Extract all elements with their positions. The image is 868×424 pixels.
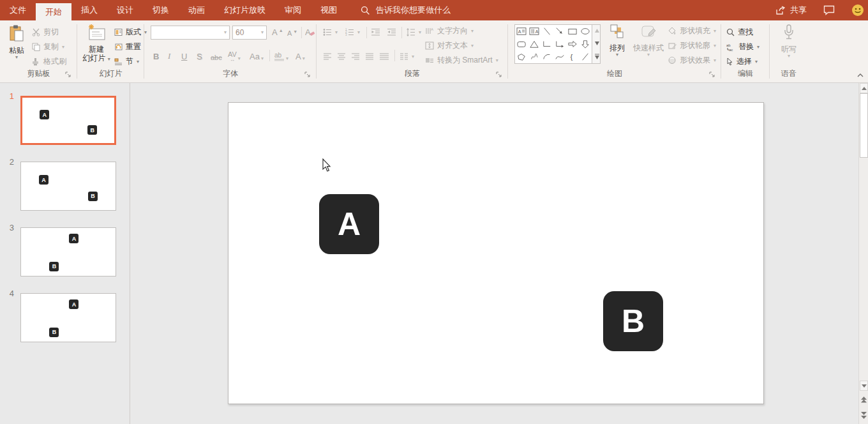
convert-smartart-button[interactable]: 转换为 SmartArt ▾ <box>425 54 498 67</box>
shape-arc-icon[interactable] <box>542 52 552 61</box>
tab-view[interactable]: 视图 <box>311 0 347 20</box>
scrollbar-thumb[interactable] <box>860 93 868 158</box>
collapse-ribbon-button[interactable] <box>855 71 865 80</box>
shapes-scroll-up-button[interactable] <box>593 26 601 36</box>
shape-right-arrow-icon[interactable] <box>567 40 578 49</box>
highlight-color-icon: ab <box>274 52 285 61</box>
tell-me-search[interactable]: 告诉我你想要做什么 <box>361 0 451 20</box>
shapes-gallery[interactable]: A A { <box>514 24 592 64</box>
italic-button[interactable]: I <box>168 49 170 63</box>
tab-file[interactable]: 文件 <box>0 0 36 20</box>
tab-animations[interactable]: 动画 <box>179 0 214 20</box>
quick-styles-button[interactable]: 快速样式 ▾ <box>632 24 665 57</box>
strikethrough-button[interactable]: abc <box>211 49 222 63</box>
microphone-icon <box>783 24 795 41</box>
highlight-color-button[interactable]: ab ▾ <box>274 49 288 63</box>
comments-button[interactable] <box>823 5 835 15</box>
slide-2-thumbnail[interactable]: A B <box>20 162 116 211</box>
distribute-button[interactable] <box>379 50 389 63</box>
numbering-button[interactable]: 123 ▾ <box>345 26 360 39</box>
canvas-shape-b[interactable]: B <box>603 291 663 351</box>
font-name-combobox[interactable]: ▾ <box>151 26 230 40</box>
canvas-shape-a[interactable]: A <box>319 194 379 254</box>
replace-button[interactable]: abac 替换 ▾ <box>726 40 760 54</box>
shape-textbox-icon[interactable]: A <box>516 27 527 36</box>
bold-button[interactable]: B <box>153 49 159 63</box>
shape-curve-icon[interactable] <box>555 52 565 61</box>
align-text-button[interactable]: 对齐文本 ▾ <box>425 39 474 52</box>
format-painter-button[interactable]: 格式刷 <box>32 55 66 68</box>
line-spacing-button[interactable]: ▾ <box>406 26 421 39</box>
share-button[interactable]: 共享 <box>775 4 807 16</box>
font-dialog-launcher[interactable] <box>304 72 311 78</box>
clipboard-dialog-launcher[interactable] <box>65 72 71 78</box>
shrink-font-button[interactable]: A▼ <box>287 24 297 38</box>
copy-button[interactable]: 复制 ▾ <box>32 40 64 54</box>
shape-freeform-icon[interactable] <box>516 52 527 61</box>
tab-review[interactable]: 审阅 <box>275 0 311 20</box>
shape-fill-dropdown-arrow: ▾ <box>714 29 716 34</box>
find-button[interactable]: 查找 <box>726 26 753 39</box>
align-left-button[interactable] <box>323 50 332 63</box>
text-shadow-button[interactable]: S <box>197 49 202 63</box>
text-direction-button[interactable]: A 文字方向 ▾ <box>425 24 474 38</box>
shape-line-icon[interactable] <box>542 27 552 36</box>
shape-effects-button[interactable]: 形状效果 ▾ <box>668 54 716 67</box>
shape-down-arrow-icon[interactable] <box>580 40 590 49</box>
align-center-button[interactable] <box>337 50 346 63</box>
tab-home[interactable]: 开始 <box>36 3 71 20</box>
shape-diagonal-line-icon[interactable] <box>580 52 590 61</box>
decrease-indent-button[interactable] <box>371 26 380 39</box>
columns-button[interactable]: ▾ <box>400 50 414 63</box>
scroll-down-button[interactable] <box>860 381 868 391</box>
change-case-button[interactable]: Aa▾ <box>250 49 264 63</box>
next-slide-button[interactable] <box>860 410 868 420</box>
paste-button[interactable]: 粘贴 ▾ <box>5 24 28 60</box>
shapes-gallery-more-button[interactable] <box>593 51 601 61</box>
shape-arrow-icon[interactable] <box>555 27 565 36</box>
shape-brace-icon[interactable]: { <box>567 52 578 61</box>
bullets-button[interactable]: ▾ <box>323 26 338 39</box>
shape-rectangle-icon[interactable] <box>567 27 578 36</box>
paragraph-dialog-launcher[interactable] <box>496 72 502 78</box>
shapes-scroll-down-button[interactable] <box>593 38 601 49</box>
increase-indent-button[interactable] <box>387 26 396 39</box>
shape-vertical-textbox-icon[interactable]: A <box>529 27 539 36</box>
shape-scribble-icon[interactable] <box>529 52 539 61</box>
underline-button[interactable]: U <box>181 49 187 63</box>
shape-oval-icon[interactable] <box>580 27 590 36</box>
justify-button[interactable] <box>365 50 374 63</box>
slide-canvas[interactable]: A B <box>228 102 764 404</box>
new-slide-button[interactable]: 新建 幻灯片 ▾ <box>81 24 112 63</box>
font-size-combobox[interactable]: 60 ▾ <box>232 26 267 40</box>
grow-font-button[interactable]: A▲ <box>272 24 283 38</box>
scroll-up-button[interactable] <box>860 83 868 93</box>
tab-transitions[interactable]: 切换 <box>143 0 179 20</box>
shape-outline-button[interactable]: 形状轮廓 ▾ <box>668 39 716 52</box>
previous-slide-button[interactable] <box>860 395 868 405</box>
character-spacing-button[interactable]: AV ↔ ▾ <box>228 49 241 63</box>
clear-formatting-button[interactable]: A <box>305 24 315 38</box>
slide-4-thumbnail[interactable]: A B <box>20 293 116 342</box>
drawing-dialog-launcher[interactable] <box>709 72 715 78</box>
tab-design[interactable]: 设计 <box>107 0 143 20</box>
align-right-button[interactable] <box>351 50 360 63</box>
shape-elbow-arrow-connector-icon[interactable] <box>555 40 565 49</box>
shape-rounded-rectangle-icon[interactable] <box>516 40 527 49</box>
shape-fill-button[interactable]: 形状填充 ▾ <box>668 24 716 38</box>
reset-button[interactable]: 重置 <box>114 40 141 54</box>
tab-slideshow[interactable]: 幻灯片放映 <box>214 0 275 20</box>
section-button[interactable]: 节 ▾ <box>114 55 139 68</box>
layout-button[interactable]: 版式 ▾ <box>114 26 147 39</box>
select-button[interactable]: 选择 ▾ <box>726 55 758 68</box>
slide-3-thumbnail[interactable]: A B <box>20 227 116 276</box>
tab-insert[interactable]: 插入 <box>71 0 107 20</box>
shape-triangle-icon[interactable] <box>529 40 539 49</box>
slide-1-thumbnail[interactable]: A B <box>20 96 116 145</box>
cut-button[interactable]: 剪切 <box>32 26 59 39</box>
arrange-button[interactable]: 排列 ▾ <box>605 24 629 57</box>
account-avatar[interactable] <box>851 4 864 17</box>
shape-elbow-connector-icon[interactable] <box>542 40 552 49</box>
font-color-button[interactable]: A▾ <box>296 49 305 63</box>
dictate-button[interactable]: 听写 ▾ <box>775 24 803 59</box>
